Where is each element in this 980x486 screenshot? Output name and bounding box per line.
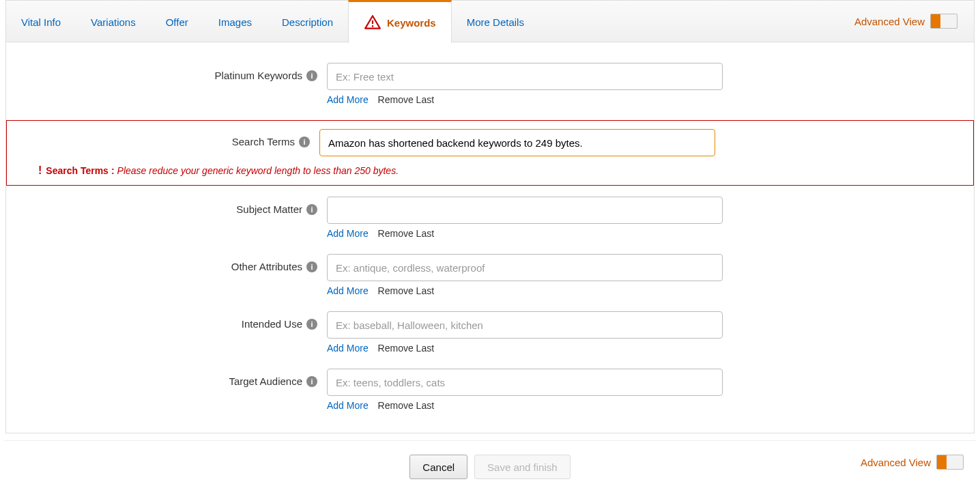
panel: Vital Info Variations Offer Images Descr… <box>5 0 975 433</box>
row-target-audience: Target Audience i Add More Remove Last <box>27 369 953 422</box>
tab-keywords-label: Keywords <box>387 17 436 29</box>
tab-vital-info[interactable]: Vital Info <box>6 0 76 42</box>
target-audience-input[interactable] <box>327 369 723 396</box>
footer: Cancel Save and finish Advanced View <box>4 440 976 479</box>
platinum-keywords-input[interactable] <box>327 63 723 90</box>
tab-description[interactable]: Description <box>267 0 348 42</box>
label-subject-matter: Subject Matter <box>236 203 302 215</box>
save-and-finish-button: Save and finish <box>474 455 571 479</box>
error-text: Please reduce your generic keyword lengt… <box>117 165 399 176</box>
info-icon[interactable]: i <box>299 137 310 147</box>
other-attributes-input[interactable] <box>327 254 723 281</box>
remove-last-link[interactable]: Remove Last <box>378 343 434 354</box>
add-more-link[interactable]: Add More <box>327 94 369 105</box>
advanced-view-top: Advanced View <box>854 14 966 29</box>
add-more-link[interactable]: Add More <box>327 343 369 354</box>
svg-point-1 <box>372 25 374 27</box>
tab-variations[interactable]: Variations <box>76 0 151 42</box>
tab-keywords[interactable]: Keywords <box>348 0 452 43</box>
add-more-link[interactable]: Add More <box>327 400 369 411</box>
error-field-name: Search Terms <box>46 165 109 176</box>
row-subject-matter: Subject Matter i Add More Remove Last <box>27 197 953 250</box>
tab-more-details[interactable]: More Details <box>452 0 539 42</box>
error-message: ! Search Terms : Please reduce your gene… <box>38 165 961 177</box>
search-terms-input[interactable] <box>319 129 715 156</box>
row-platinum-keywords: Platinum Keywords i Add More Remove Last <box>27 63 953 116</box>
label-target-audience: Target Audience <box>229 375 302 387</box>
info-icon[interactable]: i <box>306 70 317 81</box>
label-platinum-keywords: Platinum Keywords <box>215 70 302 81</box>
warning-icon <box>364 14 381 31</box>
subject-matter-input[interactable] <box>327 197 723 224</box>
tab-images[interactable]: Images <box>203 0 267 42</box>
row-intended-use: Intended Use i Add More Remove Last <box>27 311 953 364</box>
advanced-view-bottom: Advanced View <box>861 455 972 470</box>
tab-bar: Vital Info Variations Offer Images Descr… <box>6 0 974 42</box>
info-icon[interactable]: i <box>306 376 317 387</box>
tab-offer[interactable]: Offer <box>151 0 203 42</box>
add-more-link[interactable]: Add More <box>327 285 369 296</box>
error-box-search-terms: Search Terms i ! Search Terms : Please r… <box>6 120 974 186</box>
advanced-view-toggle[interactable] <box>930 14 957 29</box>
info-icon[interactable]: i <box>306 204 317 215</box>
label-other-attributes: Other Attributes <box>231 261 302 272</box>
label-search-terms: Search Terms <box>232 136 295 147</box>
label-intended-use: Intended Use <box>242 318 302 330</box>
intended-use-input[interactable] <box>327 311 723 339</box>
remove-last-link[interactable]: Remove Last <box>378 285 434 296</box>
row-other-attributes: Other Attributes i Add More Remove Last <box>27 254 953 307</box>
info-icon[interactable]: i <box>306 319 317 330</box>
form: Platinum Keywords i Add More Remove Last… <box>6 42 974 433</box>
advanced-view-toggle[interactable] <box>936 455 964 470</box>
add-more-link[interactable]: Add More <box>327 228 369 239</box>
remove-last-link[interactable]: Remove Last <box>378 94 434 105</box>
info-icon[interactable]: i <box>306 261 317 272</box>
remove-last-link[interactable]: Remove Last <box>378 400 434 411</box>
cancel-button[interactable]: Cancel <box>409 455 467 479</box>
remove-last-link[interactable]: Remove Last <box>378 228 434 239</box>
advanced-view-label: Advanced View <box>854 16 925 27</box>
exclamation-icon: ! <box>38 165 42 177</box>
advanced-view-label: Advanced View <box>861 457 931 468</box>
